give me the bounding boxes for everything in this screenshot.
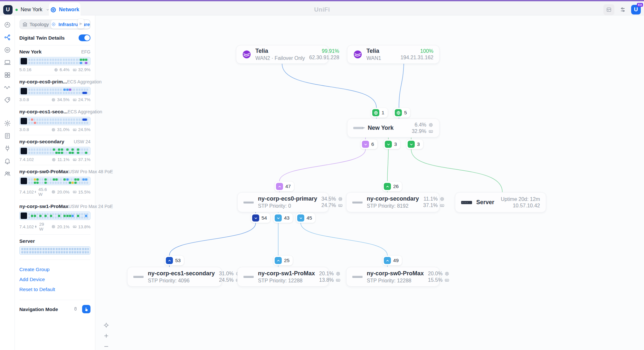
badge-port-6[interactable]: 6 [361, 139, 377, 149]
node-title: ny-corp-ecs1-secondary [148, 270, 215, 277]
nav-policies-icon[interactable] [4, 97, 11, 104]
node-subtitle: STP Priority: 4096 [148, 278, 215, 284]
node-ny-corp-sw0-promax[interactable]: ny-corp-sw0-ProMaxSTP Priority: 1228820.… [346, 267, 440, 287]
chevron-down-icon [297, 214, 304, 222]
port-led [58, 152, 60, 154]
badge-port-49[interactable]: 49 [383, 256, 402, 265]
nav-devices-icon[interactable] [4, 46, 11, 53]
zoom-in-icon[interactable] [103, 333, 109, 339]
nav-mode-mouse-button[interactable] [71, 305, 80, 313]
telia-isp-logo [353, 50, 362, 59]
console-button[interactable] [603, 4, 614, 15]
device-cpu: 11.1% [52, 157, 69, 162]
badge-port-26[interactable]: 26 [383, 182, 402, 191]
nav-clients-icon[interactable] [4, 59, 11, 66]
port-led [63, 178, 66, 181]
globe-icon [372, 109, 379, 116]
digital-twin-label: Digital Twin Details [19, 35, 65, 41]
badge-port-45[interactable]: 45 [296, 213, 315, 223]
port-led [82, 92, 87, 94]
device-model: ECS Aggregation [68, 109, 102, 114]
node-telia-wan2[interactable]: TeliaWAN2 · Failover Only99.91%62.30.91.… [236, 45, 328, 64]
collapse-panel-button[interactable] [78, 19, 84, 29]
sidebar-device-server[interactable]: Server [19, 235, 90, 260]
node-stat-1: 34.5% [321, 196, 336, 202]
port-led [85, 59, 87, 61]
chevron-up-icon [275, 257, 282, 264]
node-ny-corp-ecs0-primary[interactable]: ny-corp-ecs0-primarySTP Priority: 034.5%… [237, 192, 329, 212]
badge-wan-port-5[interactable]: 5 [393, 108, 410, 118]
badge-port-47[interactable]: 47 [275, 182, 294, 191]
sidebar-device-ny-corp-ecs0-prim-[interactable]: ny-corp-ecs0-prim...ECS Aggregation3.0.8… [19, 75, 90, 105]
nav-dashboard-icon[interactable] [4, 21, 11, 28]
tab-network[interactable]: Network [49, 3, 80, 17]
badge-port-3b[interactable]: 3 [406, 139, 423, 149]
reset-to-default-link[interactable]: Reset to Default [19, 287, 90, 292]
nav-settings-icon[interactable] [4, 120, 11, 127]
unifi-account-letter: U [634, 6, 638, 13]
zoom-out-icon[interactable] [103, 343, 109, 350]
node-subtitle: STP Priority: 8192 [367, 203, 419, 209]
left-nav-rail [0, 15, 15, 350]
badge-port-3a[interactable]: 3 [384, 139, 400, 149]
port-led [34, 122, 36, 124]
port-number: 54 [261, 215, 269, 221]
nav-mode-touch-button[interactable] [82, 305, 90, 313]
switch-device-image [243, 201, 254, 203]
device-port-bar [19, 57, 90, 65]
nav-logs-icon[interactable] [4, 132, 11, 139]
node-ny-corp-secondary[interactable]: ny-corp-secondarySTP Priority: 819211.1%… [346, 192, 440, 212]
node-title: ny-corp-secondary [367, 195, 419, 202]
node-stat-2: 194.21.31.162 [401, 55, 433, 61]
sidebar-device-ny-corp-sw1-promax[interactable]: ny-corp-sw1-ProMaxUSW Pro Max 24 PoE7.4.… [19, 200, 90, 235]
chevron-up-icon [166, 257, 173, 264]
sidebar-device-ny-corp-ecs1-seco-[interactable]: ny-corp-ecs1-seco...ECS Aggregation3.0.8… [19, 105, 90, 135]
sidebar-device-ny-corp-secondary[interactable]: ny-corp-secondaryUSW 247.4.10211.1%37.1% [19, 135, 90, 165]
tab-topology[interactable]: Topology [20, 20, 51, 29]
sidebar-device-new-york[interactable]: New YorkEFG5.0.166.4%32.9% [19, 45, 90, 75]
node-new-york[interactable]: New York6.4%32.9% [347, 118, 440, 137]
nav-topology-icon[interactable] [4, 34, 11, 41]
create-group-link[interactable]: Create Group [19, 267, 90, 272]
nav-apps-icon[interactable] [4, 71, 11, 79]
device-cpu: 20.1% [51, 224, 69, 229]
site-switcher[interactable]: U New York [3, 3, 50, 17]
node-ny-corp-ecs1-secondary[interactable]: ny-corp-ecs1-secondarySTP Priority: 4096… [127, 267, 222, 287]
port-led [74, 182, 77, 184]
chevron-down-icon [275, 214, 282, 222]
nav-notifications-icon[interactable] [4, 157, 11, 165]
digital-twin-toggle[interactable] [79, 34, 90, 41]
add-device-link[interactable]: Add Device [19, 277, 90, 282]
port-led [85, 62, 87, 64]
locate-icon[interactable] [103, 322, 109, 328]
node-stat-1: 11.1% [423, 196, 438, 202]
badge-port-25[interactable]: 25 [273, 256, 293, 265]
node-server[interactable]: ServerUptime 20d: 12m10.57.10.42 [455, 192, 546, 213]
node-subtitle: WAN1 [366, 55, 396, 61]
nav-admins-icon[interactable] [4, 170, 11, 177]
port-led [58, 148, 60, 151]
node-stat-2: 13.8% [319, 277, 334, 283]
topology-canvas[interactable]: TeliaWAN2 · Failover Only99.91%62.30.91.… [0, 0, 644, 350]
port-number: 3 [394, 141, 399, 147]
badge-wan-port-1[interactable]: 1 [371, 108, 388, 118]
node-ny-corp-sw1-promax[interactable]: ny-corp-sw1-ProMaxSTP Priority: 1228820.… [237, 267, 329, 287]
port-led [69, 182, 71, 184]
badge-port-54[interactable]: 54 [251, 213, 270, 223]
unifi-account-button[interactable]: U EA [631, 5, 641, 14]
node-telia-wan1[interactable]: TeliaWAN1100%194.21.31.162 [347, 45, 440, 64]
sidebar-device-ny-corp-sw0-promax[interactable]: ny-corp-sw0-ProMaxUSW Pro Max 48 PoE7.4.… [19, 165, 90, 200]
nav-integrations-icon[interactable] [4, 145, 11, 152]
node-stat-2: 15.5% [428, 277, 442, 283]
infrastructure-tab-icon [51, 22, 56, 27]
node-subtitle: STP Priority: 12288 [367, 278, 424, 284]
node-title: New York [368, 125, 408, 131]
preferences-button[interactable] [618, 5, 628, 14]
device-name: ny-corp-ecs0-prim... [19, 79, 67, 85]
port-led [61, 148, 63, 151]
badge-port-53[interactable]: 53 [165, 256, 184, 265]
badge-port-43[interactable]: 43 [273, 213, 293, 223]
device-ram: 24.7% [72, 97, 90, 102]
node-stat-2: 37.1% [423, 203, 438, 208]
nav-insights-icon[interactable] [4, 84, 11, 91]
